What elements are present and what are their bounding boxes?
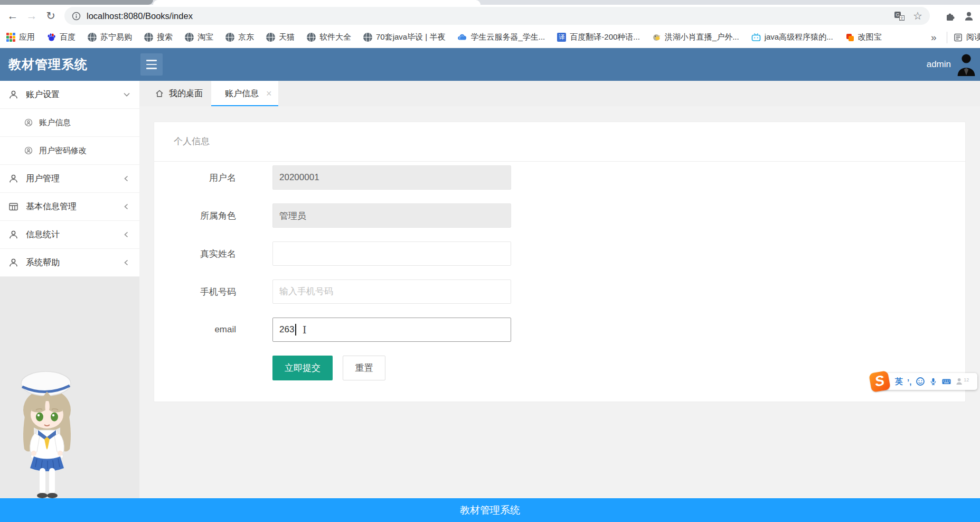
browser-window: ← → ↻ localhost:8080/Books/index G文 ☆ 应用	[0, 0, 980, 522]
ime-toolbar: S 英 ’, 12	[873, 373, 977, 390]
translate-icon[interactable]: G文	[894, 12, 904, 21]
bookmark-label: 搜索	[157, 32, 173, 42]
chevron-left-icon	[123, 174, 131, 183]
active-browser-tab[interactable]	[153, 0, 480, 5]
bookmark-jd[interactable]: 京东	[225, 32, 254, 42]
site-info-icon[interactable]	[72, 12, 81, 21]
user-menu[interactable]: admin	[927, 48, 977, 81]
reset-button[interactable]: 重置	[343, 356, 385, 380]
ime-punctuation-toggle[interactable]: ’,	[907, 377, 911, 386]
main-content: 个人信息 用户名 所属角色 真实姓名 手机号码	[139, 106, 980, 498]
bookmark-label: java高级程序猿的...	[765, 32, 833, 42]
bookmark-label: 天猫	[279, 32, 295, 42]
sidebar-item-label: 用户管理	[26, 173, 60, 184]
tab-account-info[interactable]: 账户信息 ×	[211, 81, 278, 106]
bookmarks-overflow-chevron[interactable]: »	[931, 32, 937, 43]
sidebar-item-label: 信息统计	[26, 229, 60, 240]
username-input	[272, 165, 511, 190]
user-circle-icon	[24, 146, 33, 155]
sidebar-item-account-settings[interactable]: 账户设置	[0, 81, 139, 109]
username-label: 用户名	[154, 172, 236, 184]
phone-input[interactable]	[272, 279, 511, 304]
bookmark-suning[interactable]: 苏宁易购	[88, 32, 132, 42]
bookmark-live-stream[interactable]: 洪湖小肖直播_户外...	[652, 32, 739, 42]
card-title: 个人信息	[154, 122, 965, 162]
home-icon	[155, 89, 164, 98]
bookmark-cloud-server[interactable]: 学生云服务器_学生...	[457, 32, 545, 42]
mascot-illustration	[7, 366, 87, 500]
back-button[interactable]: ←	[3, 10, 22, 22]
ime-voice-icon[interactable]	[929, 377, 937, 386]
page-tab-bar: 我的桌面 账户信息 ×	[139, 81, 980, 106]
app-header: 教材管理系统 admin	[0, 48, 980, 81]
globe-icon	[363, 33, 372, 42]
extensions-icon[interactable]	[945, 11, 956, 22]
email-value: 263	[279, 324, 294, 335]
form-row-username: 用户名	[154, 165, 965, 190]
reading-list-button[interactable]: 阅读清单	[954, 32, 980, 42]
bookmark-software[interactable]: 软件大全	[307, 32, 351, 42]
footer-title: 教材管理系统	[460, 504, 520, 517]
user-icon	[8, 90, 18, 99]
sidebar-item-statistics[interactable]: 信息统计	[0, 221, 139, 249]
bookmark-apps[interactable]: 应用	[6, 32, 35, 42]
browser-toolbar: ← → ↻ localhost:8080/Books/index G文 ☆	[0, 5, 980, 27]
bookmark-tmall[interactable]: 天猫	[266, 32, 295, 42]
text-caret	[295, 324, 296, 335]
bookmark-label: 京东	[238, 32, 254, 42]
bookmark-sousuo[interactable]: 搜索	[144, 32, 173, 42]
sidebar-item-label: 账户信息	[39, 118, 71, 128]
sidebar-item-account-info[interactable]: 账户信息	[0, 109, 139, 137]
bookmark-label: 百度翻译-200种语...	[570, 32, 640, 42]
sogou-logo-icon[interactable]: S	[869, 370, 891, 393]
realname-label: 真实姓名	[154, 248, 236, 260]
sidebar-item-user-management[interactable]: 用户管理	[0, 165, 139, 193]
form-grid-icon	[8, 202, 18, 211]
url-text[interactable]: localhost:8080/Books/index	[87, 11, 886, 21]
user-icon	[8, 258, 18, 267]
sidebar-toggle-button[interactable]	[140, 53, 163, 76]
bilibili-tv-icon	[751, 33, 761, 42]
apps-grid-icon	[6, 33, 15, 42]
role-label: 所属角色	[154, 210, 236, 222]
bookmark-baidu-translate[interactable]: 译 百度翻译-200种语...	[557, 32, 640, 42]
form-row-phone: 手机号码	[154, 279, 965, 304]
bookmark-label: 淘宝	[197, 32, 213, 42]
ime-language-toggle[interactable]: 英	[895, 377, 903, 387]
realname-input[interactable]	[272, 241, 511, 266]
form-row-email: email 263 I	[154, 318, 965, 342]
close-tab-icon[interactable]: ×	[266, 88, 272, 99]
ime-toolbox-icon[interactable]: 12	[956, 377, 969, 386]
globe-icon	[266, 33, 275, 42]
ime-emoji-icon[interactable]	[916, 377, 925, 386]
phone-label: 手机号码	[154, 286, 236, 298]
translate-badge-icon: 译	[557, 33, 566, 42]
tab-my-desktop[interactable]: 我的桌面	[146, 81, 211, 106]
bookmark-taobao[interactable]: 淘宝	[185, 32, 213, 42]
form-actions: 立即提交 重置	[272, 356, 965, 380]
user-icon	[8, 174, 18, 183]
reading-list-icon	[954, 33, 963, 42]
profile-card: 个人信息 用户名 所属角色 真实姓名 手机号码	[154, 122, 966, 402]
sidebar-item-basic-info[interactable]: 基本信息管理	[0, 193, 139, 221]
form-row-role: 所属角色	[154, 203, 965, 228]
sidebar-item-change-password[interactable]: 用户密码修改	[0, 137, 139, 165]
reload-button[interactable]: ↻	[41, 10, 60, 22]
bookmark-baidu[interactable]: 百度	[47, 32, 76, 42]
profile-icon[interactable]	[963, 11, 975, 21]
bookmark-java-bishe[interactable]: 70套java毕设 | 半夜	[363, 32, 445, 42]
bookmark-gaitubao[interactable]: 改图宝	[845, 32, 882, 42]
sidebar-item-help[interactable]: 系统帮助	[0, 249, 139, 277]
bookmark-star-icon[interactable]: ☆	[913, 11, 922, 21]
ime-keyboard-icon[interactable]	[941, 377, 951, 386]
forward-button[interactable]: →	[22, 10, 41, 22]
globe-icon	[307, 33, 316, 42]
translate-icon-wen: 文	[899, 15, 904, 21]
email-input[interactable]: 263 I	[272, 318, 511, 342]
chevron-left-icon	[123, 230, 131, 239]
submit-button[interactable]: 立即提交	[272, 356, 333, 380]
address-bar[interactable]: localhost:8080/Books/index G文 ☆	[64, 7, 930, 25]
bookmark-java-programmer[interactable]: java高级程序猿的...	[751, 32, 833, 42]
bookmarks-bar: 应用 百度 苏宁易购 搜索 淘宝 京东 天猫 软件大全 70套java毕设 | …	[0, 27, 980, 48]
bookmark-label: 软件大全	[319, 32, 351, 42]
